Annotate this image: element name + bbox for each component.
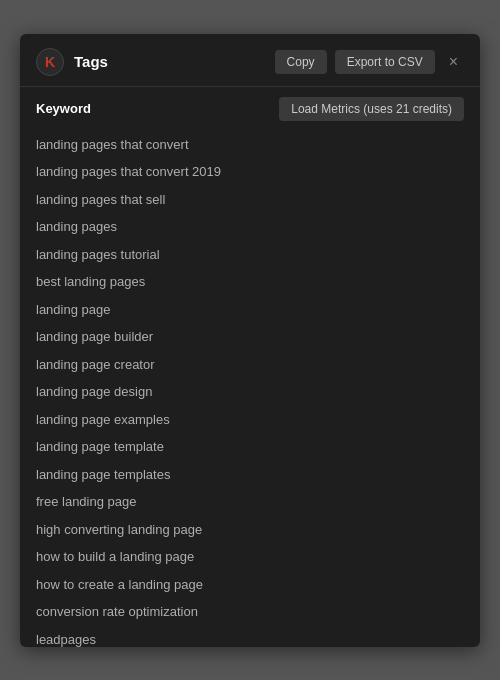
list-item[interactable]: landing page templates [20, 461, 480, 489]
list-item[interactable]: high converting landing page [20, 516, 480, 544]
list-item[interactable]: landing page template [20, 433, 480, 461]
table-header-row: Keyword Load Metrics (uses 21 credits) [20, 87, 480, 127]
close-button[interactable]: × [443, 52, 464, 72]
list-item[interactable]: landing pages that sell [20, 186, 480, 214]
load-metrics-button[interactable]: Load Metrics (uses 21 credits) [279, 97, 464, 121]
copy-button[interactable]: Copy [275, 50, 327, 74]
k-logo: K [36, 48, 64, 76]
list-item[interactable]: free landing page [20, 488, 480, 516]
keyword-column-label: Keyword [36, 101, 91, 116]
modal-container: K Tags Copy Export to CSV × Keyword Load… [20, 34, 480, 647]
list-item[interactable]: best landing pages [20, 268, 480, 296]
list-item[interactable]: landing page builder [20, 323, 480, 351]
list-item[interactable]: how to build a landing page [20, 543, 480, 571]
list-item[interactable]: landing pages [20, 213, 480, 241]
list-item[interactable]: landing page creator [20, 351, 480, 379]
list-item[interactable]: how to create a landing page [20, 571, 480, 599]
modal-header: K Tags Copy Export to CSV × [20, 34, 480, 87]
list-item[interactable]: leadpages [20, 626, 480, 647]
list-item[interactable]: landing page examples [20, 406, 480, 434]
header-right: Copy Export to CSV × [275, 50, 464, 74]
list-item[interactable]: landing pages that convert 2019 [20, 158, 480, 186]
list-item[interactable]: landing page [20, 296, 480, 324]
list-item[interactable]: conversion rate optimization [20, 598, 480, 626]
list-item[interactable]: landing page design [20, 378, 480, 406]
header-left: K Tags [36, 48, 108, 76]
modal-title: Tags [74, 53, 108, 70]
list-item[interactable]: landing pages that convert [20, 131, 480, 159]
list-item[interactable]: landing pages tutorial [20, 241, 480, 269]
k-logo-letter: K [45, 54, 55, 70]
export-button[interactable]: Export to CSV [335, 50, 435, 74]
keywords-list: landing pages that convertlanding pages … [20, 127, 480, 647]
